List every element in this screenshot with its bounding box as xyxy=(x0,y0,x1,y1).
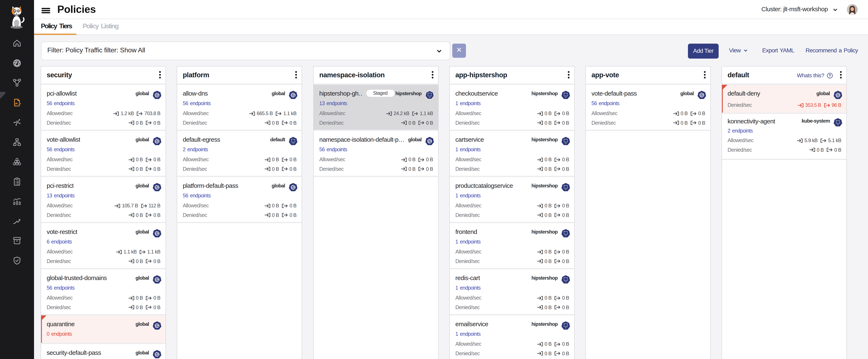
svg-text:ns: ns xyxy=(837,124,839,125)
svg-text:ns: ns xyxy=(565,281,566,282)
svg-text:ns: ns xyxy=(429,96,431,98)
svg-text:ns: ns xyxy=(565,188,566,190)
svg-text:ns: ns xyxy=(292,142,294,144)
svg-text:ns: ns xyxy=(565,96,566,98)
svg-text:ns: ns xyxy=(565,327,566,328)
svg-text:ns: ns xyxy=(565,234,566,236)
svg-text:ns: ns xyxy=(565,142,566,144)
